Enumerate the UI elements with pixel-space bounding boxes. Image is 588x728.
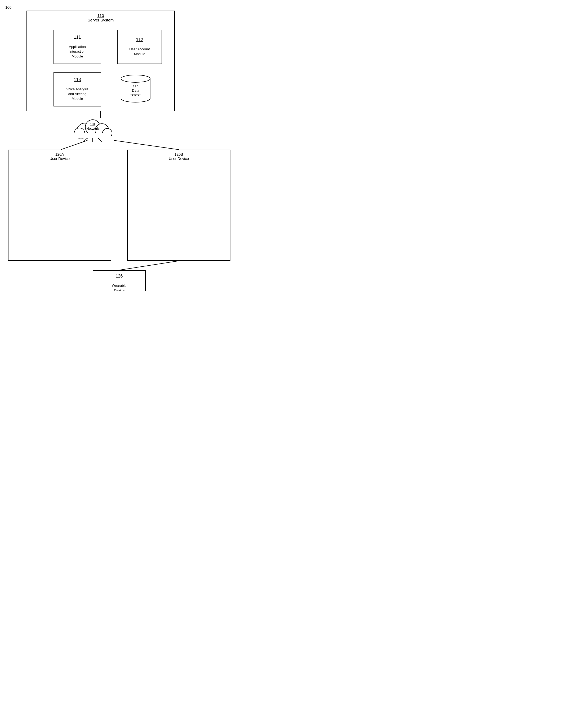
module-111-ref: 111: [74, 35, 81, 40]
svg-point-5: [121, 75, 150, 82]
wearable-box: 126 WearableDevice: [93, 270, 146, 291]
svg-line-2: [114, 141, 179, 150]
module-113-ref: 113: [74, 77, 81, 82]
svg-text:114: 114: [133, 84, 139, 88]
user-device-b-box: 120B User Device 121 Application 122 Ser…: [127, 150, 230, 261]
wearable-label: WearableDevice: [112, 283, 126, 291]
user-device-a-title: 120A User Device: [8, 152, 111, 161]
network-cloud: 101 Network: [66, 115, 119, 144]
ref-100: 100: [5, 5, 12, 9]
module-112-box: 112 User AccountModule: [117, 30, 162, 64]
module-113-box: 113 Voice Analysisand AlteringModule: [54, 72, 101, 106]
server-system-title: 110 Server System: [27, 13, 174, 22]
module-112-ref: 112: [136, 37, 143, 42]
svg-text:Data: Data: [132, 88, 139, 92]
svg-text:Network: Network: [86, 127, 99, 131]
svg-text:store: store: [132, 92, 140, 97]
user-device-b-title: 120B User Device: [128, 152, 230, 161]
module-113-label: Voice Analysisand AlteringModule: [66, 87, 88, 102]
server-system-box: 110 Server System 111 ApplicationInterac…: [26, 10, 175, 111]
svg-line-3: [119, 261, 179, 270]
wearable-ref: 126: [116, 274, 123, 279]
svg-line-19: [98, 138, 103, 142]
module-111-label: ApplicationInteractionModule: [69, 44, 86, 59]
svg-text:101: 101: [90, 122, 96, 126]
user-device-a-box: 120A User Device 121 Application 122 Ser…: [8, 150, 111, 261]
module-111-box: 111 ApplicationInteractionModule: [54, 30, 101, 64]
module-112-label: User AccountModule: [129, 47, 150, 57]
datastore-shape: 114 Data store: [117, 72, 154, 104]
